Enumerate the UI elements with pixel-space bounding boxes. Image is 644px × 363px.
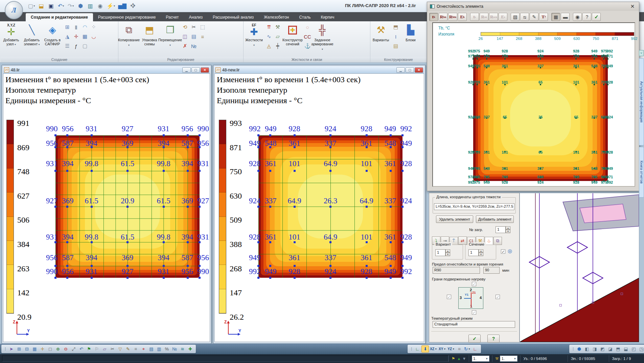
xy-plot-button[interactable]: ⧅: [520, 13, 529, 21]
ribbon-tab-расширенный[interactable]: Расширенный анализ: [208, 13, 259, 21]
rbtn-button[interactable]: Rbtn: [448, 13, 457, 21]
ring-section-icon[interactable]: ◌: [303, 23, 312, 31]
table-icon[interactable]: ▥: [155, 345, 163, 353]
zoom-window-icon[interactable]: ◻: [46, 345, 54, 353]
flag-green-icon[interactable]: ⚑: [85, 345, 93, 353]
redo-icon[interactable]: ↷▾: [66, 1, 75, 10]
variant-combo[interactable]: 1.▼: [500, 356, 518, 362]
mesh-icon[interactable]: ▦: [31, 345, 38, 353]
open-folder-icon[interactable]: ⬓: [37, 1, 46, 10]
isofield-map[interactable]: 9909569319279319569909565873943693945879…: [55, 135, 200, 278]
cube-top-icon[interactable]: ⬒: [614, 345, 622, 353]
pencil-icon[interactable]: ✎: [124, 345, 132, 353]
rotate-view-icon[interactable]: ↻▼: [463, 345, 471, 353]
face-bottom-checkbox[interactable]: ✓: [472, 310, 476, 315]
dropdown-arrow-icon[interactable]: ▾: [72, 4, 74, 7]
window-48lir-titlebar[interactable]: 20 48.lir ▁ ▢ ✕: [3, 66, 210, 73]
isofield-mosaic-button[interactable]: ▧: [511, 13, 520, 21]
tower-icon[interactable]: ☰: [63, 42, 71, 50]
camera-icon[interactable]: ◉: [96, 1, 105, 10]
load-number-stepper[interactable]: 1 ▲▼: [496, 226, 510, 233]
flag-icon[interactable]: ⚑: [452, 356, 455, 361]
dome-icon[interactable]: ◠: [81, 23, 89, 31]
renumber-icon[interactable]: №: [190, 42, 198, 50]
isofield-map[interactable]: 9929499289249289499929495483613373615489…: [258, 135, 402, 278]
temperature-mode-field[interactable]: Стандартный: [433, 321, 515, 328]
cube-right-icon[interactable]: ◪: [606, 345, 614, 353]
fire-icon[interactable]: ♨: [485, 237, 493, 245]
tb-button[interactable]: tb: [429, 13, 438, 21]
window-48lir[interactable]: 20 48.lir ▁ ▢ ✕ Изменения t° во времени …: [2, 65, 211, 344]
section-view-checkbox[interactable]: ✓: [501, 249, 505, 254]
down-triangle-icon[interactable]: ▼: [462, 357, 466, 361]
panel-help-button[interactable]: ?: [487, 335, 500, 343]
window-48new-titlebar[interactable]: 20 48-new.lir ▁ ▢ ✕: [214, 66, 424, 73]
delete-red-icon[interactable]: ✗: [181, 42, 189, 50]
ribbon-tab-сталь[interactable]: Сталь: [294, 13, 316, 21]
move-node-icon[interactable]: ✛: [72, 32, 80, 41]
select-arrow-icon[interactable]: ➤: [7, 345, 15, 353]
eb-button[interactable]: Eb: [458, 13, 467, 21]
dropdown-arrow-icon[interactable]: ▾: [33, 4, 35, 7]
steel-ibeam-icon[interactable]: Ι: [392, 32, 400, 41]
cube-corner1-icon[interactable]: ◰: [630, 345, 637, 353]
dropdown-arrow-icon[interactable]: ▼: [435, 348, 437, 350]
contour-icon[interactable]: ▢: [81, 42, 89, 50]
ribbon-tab-кирпич[interactable]: Кирпич: [316, 13, 339, 21]
rscn-button[interactable]: Rscn: [489, 13, 498, 21]
flag-white-icon[interactable]: ⚐: [93, 345, 100, 353]
add-node-button[interactable]: X,Y,Z✛Добавить узел ▾: [1, 22, 21, 55]
variant-stepper[interactable]: 1 ▲▼: [435, 249, 450, 256]
load-number-value[interactable]: 1: [496, 226, 506, 233]
window-48lir-canvas[interactable]: Изменения t° во времени 1 (5.4e+003 сек)…: [3, 73, 210, 342]
perspective-icon[interactable]: ⌗: [456, 345, 463, 353]
window-48new[interactable]: 20 48-new.lir ▁ ▢ ✕ Изменения t° во врем…: [213, 65, 426, 344]
cube-back-icon[interactable]: ◨: [591, 345, 598, 353]
loadcase-combo[interactable]: 1.▼: [472, 356, 489, 362]
es-button[interactable]: Es: [499, 13, 507, 21]
iso-axes-icon[interactable]: ∟: [472, 345, 479, 353]
section-stepper[interactable]: 1 ▲▼: [468, 249, 483, 256]
magnifier-icon[interactable]: ◎: [508, 248, 512, 254]
cylinder-icon[interactable]: ▮: [72, 23, 80, 31]
new-doc-icon[interactable]: ▢▾: [27, 1, 36, 10]
status-flags[interactable]: ⚑ ▲ ▼: [448, 355, 469, 362]
grid-icon[interactable]: ⊞: [15, 345, 23, 353]
palette-strip-button[interactable]: ▬: [561, 13, 570, 21]
prev-view-icon[interactable]: ↶: [77, 345, 85, 353]
spin-down-icon[interactable]: ▼: [506, 230, 510, 233]
cut-icon[interactable]: ✂: [109, 345, 116, 353]
dropdown-arrow-icon[interactable]: ▾: [114, 4, 115, 7]
ribbon-tab-анализ[interactable]: Анализ: [184, 13, 208, 21]
minimize-button[interactable]: ▁: [182, 67, 191, 73]
close-button[interactable]: ✕: [415, 67, 423, 73]
stamp-icon[interactable]: ≡: [199, 32, 207, 41]
move-button[interactable]: ❐Перемещение ▾: [160, 22, 180, 55]
cube-corner2-icon[interactable]: ◳: [638, 345, 644, 353]
plate-skew-icon[interactable]: ▱: [274, 32, 282, 41]
select-region-icon[interactable]: ⬚: [199, 23, 207, 31]
view-xy-icon[interactable]: XY▼: [438, 345, 446, 353]
tool-icon[interactable]: ⚒: [274, 23, 282, 31]
help-button[interactable]: ?: [582, 13, 591, 21]
app-menu-orb[interactable]: Л: [5, 1, 23, 19]
add-element-button[interactable]: Добавить элемент: [476, 215, 514, 223]
flash-icon[interactable]: ⚡▾: [106, 1, 116, 10]
sidebar-tab-report-book[interactable]: Книга отчетов: [639, 147, 644, 198]
rotate-copy-icon[interactable]: ⟲: [181, 23, 189, 31]
dropdown-arrow-icon[interactable]: ▾: [38, 43, 40, 46]
spin-up-icon[interactable]: ▲: [445, 249, 450, 253]
rsn-button[interactable]: Rsn: [480, 13, 488, 21]
axes-swap-icon[interactable]: ⇄: [458, 236, 467, 245]
fit-view-icon[interactable]: ⤢: [70, 345, 77, 353]
dropdown-arrow-icon[interactable]: ▾: [169, 44, 171, 47]
z-function-icon[interactable]: ƒ: [72, 42, 80, 50]
spin-up-icon[interactable]: ▲: [479, 249, 483, 253]
delete-element-button[interactable]: Удалить элемент: [436, 215, 473, 223]
truss-icon[interactable]: ◮: [63, 32, 71, 41]
snapshot-button[interactable]: ◉: [573, 13, 582, 21]
brick-wall-icon[interactable]: ▤: [392, 42, 400, 50]
save-icon[interactable]: ▣: [47, 1, 55, 10]
model-3d-view[interactable]: [520, 193, 639, 342]
view-yz-icon[interactable]: YZ▼: [447, 345, 455, 353]
